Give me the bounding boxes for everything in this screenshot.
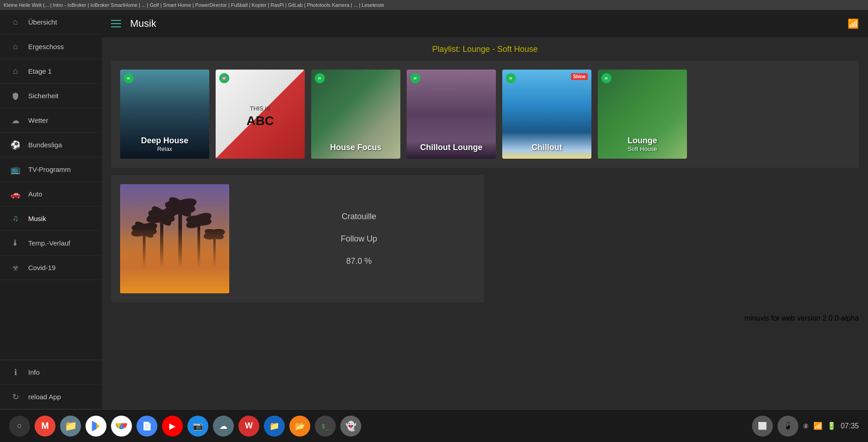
card-bg-chillout: Shine Chillout (502, 70, 591, 159)
taskbar-cloud-icon[interactable]: ☁ (213, 416, 234, 437)
soccer-icon: ⚽ (9, 140, 22, 150)
card-house-focus[interactable]: House Focus (311, 70, 400, 159)
home3-icon: ⌂ (9, 66, 22, 76)
sidebar-item-etage1[interactable]: ⌂ Etage 1 (0, 59, 102, 84)
card-deep-house[interactable]: Deep HouseRelax (120, 70, 209, 159)
home2-icon: ⌂ (9, 42, 22, 51)
card-bg-chillout-lounge: Chillout Lounge (407, 70, 496, 159)
sidebar-item-reload-app[interactable]: ↻ reload App (0, 385, 102, 409)
svg-point-23 (202, 227, 226, 241)
svg-rect-15 (178, 207, 182, 293)
sidebar-label-musik: Musik (28, 215, 46, 222)
svg-rect-22 (213, 234, 216, 293)
taskbar-folder-icon[interactable]: 📁 (264, 416, 285, 437)
taskbar-terminal-icon[interactable]: $_ (315, 416, 336, 437)
taskbar-ghost-icon[interactable]: 👻 (340, 416, 361, 437)
svg-point-24 (203, 227, 225, 241)
taskbar-gmail-icon[interactable]: M (35, 416, 56, 437)
taskbar-right: ⬜ 📱 ⑧ 📶 🔋 07:35 (752, 416, 859, 437)
card-label-deep-house: Deep HouseRelax (120, 136, 209, 152)
now-playing-card: Cratouille Follow Up 87.0 % (111, 175, 484, 302)
taskbar-files-icon[interactable]: 📁 (60, 416, 81, 437)
sidebar-item-wetter[interactable]: ☁ Wetter (0, 108, 102, 133)
menu-button[interactable] (111, 20, 121, 27)
playlist-title: Playlist: Lounge - Soft House (102, 37, 868, 60)
taskbar-youtube-icon[interactable]: ▶ (162, 416, 183, 437)
battery-icon: 🔋 (827, 422, 836, 430)
taskbar: ○ M 📁 📄 ▶ 📷 ☁ W 📁 📂 $_ 👻 ⬜ 📱 ⑧ 📶 🔋 07:35 (0, 409, 868, 442)
card-lounge-soft-house[interactable]: LoungeSoft House (598, 70, 687, 159)
sidebar-item-sicherheit[interactable]: Sicherheit (0, 84, 102, 108)
version-text: minuvis for web version 2.0.0-alpha (744, 314, 859, 322)
version-row: minuvis for web version 2.0.0-alpha (102, 310, 868, 327)
sidebar-label-tv-programm: TV-Programm (28, 166, 71, 173)
car-icon: 🚗 (9, 189, 22, 199)
card-sublabel-deep-house: Relax (125, 146, 205, 152)
sidebar-label-covid19: Covid-19 (28, 264, 56, 271)
sidebar-item-auto[interactable]: 🚗 Auto (0, 182, 102, 206)
sidebar: ⌂ Übersicht ⌂ Ergeschoss ⌂ Etage 1 Siche… (0, 10, 102, 409)
system-time: 07:35 (841, 422, 859, 430)
bio-icon: ☣ (9, 263, 22, 273)
sidebar-item-ergeschoss[interactable]: ⌂ Ergeschoss (0, 35, 102, 59)
svg-rect-19 (197, 221, 200, 293)
track-info: Cratouille Follow Up 87.0 % (243, 184, 475, 293)
reload-icon: ↻ (9, 392, 22, 402)
card-label-abc-name: ABC (247, 114, 274, 128)
sidebar-item-info[interactable]: ℹ Info (0, 360, 102, 385)
battery-indicator: ⑧ (803, 422, 809, 430)
now-playing-section: Cratouille Follow Up 87.0 % (111, 175, 859, 302)
tv-icon: 📺 (9, 165, 22, 175)
track-artist: Cratouille (243, 212, 475, 221)
taskbar-home-icon[interactable]: ○ (9, 416, 30, 437)
taskbar-playstore-icon[interactable] (86, 416, 106, 437)
browser-bar: Kleine Heile Welt (... | Intro - IoBroke… (0, 0, 868, 10)
wifi-status-icon: 📶 (848, 18, 859, 29)
main-content: Musik 📶 Playlist: Lounge - Soft House De… (102, 10, 868, 409)
svg-marker-29 (92, 421, 96, 431)
card-bg-abc: THIS IS ABC (216, 70, 305, 159)
taskbar-files2-icon[interactable]: 📂 (289, 416, 310, 437)
card-chillout-lounge[interactable]: Chillout Lounge (407, 70, 496, 159)
temp-icon: 🌡 (9, 238, 22, 248)
sidebar-label-ergeschoss: Ergeschoss (28, 43, 64, 50)
taskbar-vpn-icon[interactable]: W (238, 416, 259, 437)
spotify-icon-abc (219, 73, 229, 83)
sidebar-label-etage1: Etage 1 (28, 67, 52, 75)
card-label-chillout-lounge: Chillout Lounge (407, 143, 496, 152)
taskbar-chrome-icon[interactable] (111, 416, 132, 437)
spotify-icon-chillout-lounge (410, 73, 420, 83)
sidebar-label-sicherheit: Sicherheit (28, 92, 59, 100)
shield-icon (9, 92, 22, 100)
hamburger-line2 (111, 23, 121, 24)
hamburger-line3 (111, 26, 121, 27)
home-icon: ⌂ (9, 17, 22, 27)
card-label-abc-this-is: THIS IS (250, 105, 271, 112)
taskbar-screenshot-icon[interactable]: ⬜ (752, 416, 773, 437)
album-art (120, 184, 229, 293)
card-abc[interactable]: THIS IS ABC (216, 70, 305, 159)
card-label-chillout: Chillout (502, 143, 591, 152)
sidebar-item-bundesliga[interactable]: ⚽ Bundesliga (0, 133, 102, 157)
sidebar-item-musik[interactable]: ♫ Musik (0, 206, 102, 231)
cloud-icon: ☁ (9, 116, 22, 126)
sidebar-label-temp-verlauf: Temp.-Verlauf (28, 239, 71, 247)
sidebar-item-covid19[interactable]: ☣ Covid-19 (0, 256, 102, 280)
header: Musik 📶 (102, 10, 868, 37)
sidebar-item-ubersicht[interactable]: ⌂ Übersicht (0, 10, 102, 35)
card-chillout[interactable]: Shine Chillout (502, 70, 591, 159)
sidebar-label-info: Info (28, 368, 40, 376)
spotify-icon-chillout (506, 73, 516, 83)
card-label-lounge-soft-house: LoungeSoft House (598, 136, 687, 152)
taskbar-mobile-icon[interactable]: 📱 (777, 416, 798, 437)
hamburger-line1 (111, 20, 121, 21)
sidebar-item-tv-programm[interactable]: 📺 TV-Programm (0, 157, 102, 182)
playlist-cards-section: Deep HouseRelax THIS IS ABC (111, 60, 859, 168)
playlist-cards-row: Deep HouseRelax THIS IS ABC (120, 70, 850, 159)
sidebar-item-temp-verlauf[interactable]: 🌡 Temp.-Verlauf (0, 231, 102, 256)
taskbar-docs-icon[interactable]: 📄 (136, 416, 157, 437)
card-sublabel-lounge-soft: Soft House (602, 146, 682, 152)
spotify-icon-house-focus (315, 73, 325, 83)
taskbar-camera-icon[interactable]: 📷 (187, 416, 208, 437)
svg-marker-28 (96, 423, 100, 429)
